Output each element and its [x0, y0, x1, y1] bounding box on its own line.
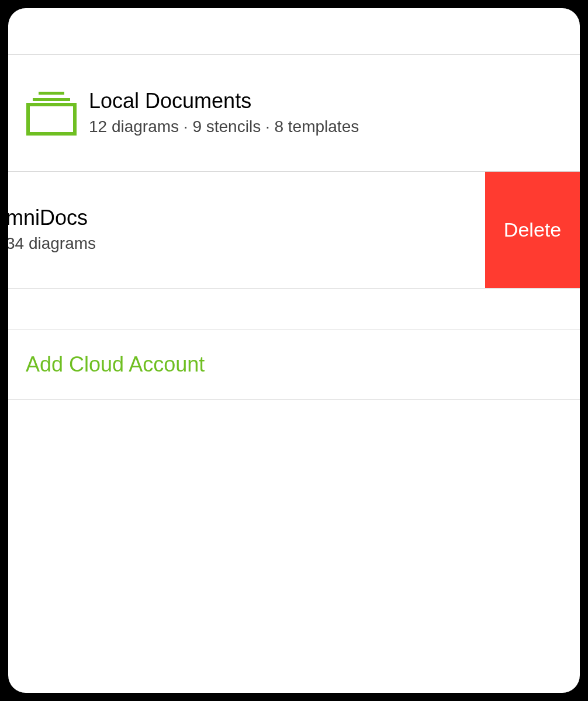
location-title: mniDocs: [8, 205, 96, 230]
location-title: Local Documents: [89, 88, 359, 113]
location-row-local[interactable]: Local Documents 12 diagrams · 9 stencils…: [8, 55, 580, 172]
delete-button-label: Delete: [504, 218, 561, 241]
add-cloud-account-row[interactable]: Add Cloud Account: [8, 329, 580, 400]
location-subtitle: 12 diagrams · 9 stencils · 8 templates: [89, 115, 359, 138]
folder-stack-icon: [26, 91, 77, 136]
add-cloud-account-label: Add Cloud Account: [26, 352, 205, 377]
header-spacer: [8, 8, 580, 55]
location-subtitle: 34 diagrams: [8, 232, 96, 255]
device-frame: Local Documents 12 diagrams · 9 stencils…: [0, 0, 588, 701]
svg-rect-1: [33, 98, 70, 101]
location-text: mniDocs 34 diagrams: [8, 205, 96, 254]
delete-button[interactable]: Delete: [485, 172, 580, 288]
svg-rect-2: [28, 105, 75, 134]
screen: Local Documents 12 diagrams · 9 stencils…: [8, 8, 580, 693]
svg-rect-0: [39, 92, 64, 95]
location-row-swiped[interactable]: mniDocs 34 diagrams Delete: [8, 172, 580, 289]
location-text: Local Documents 12 diagrams · 9 stencils…: [89, 88, 359, 137]
section-gap: [8, 289, 580, 329]
